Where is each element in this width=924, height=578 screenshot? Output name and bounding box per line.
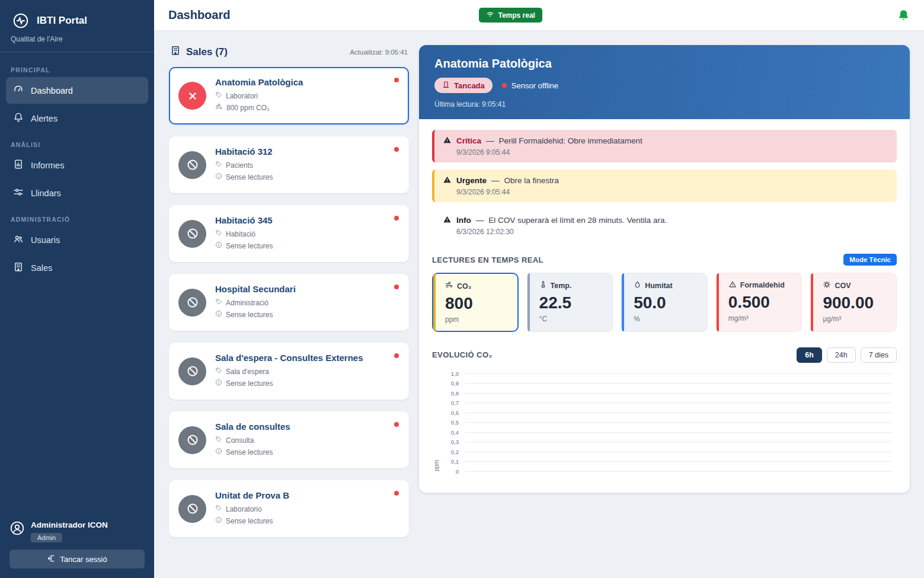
status-dot — [394, 78, 399, 82]
logout-button[interactable]: Tancar sessió — [9, 550, 145, 569]
metric-unit: µg/m³ — [823, 315, 889, 323]
sliders-icon — [13, 187, 24, 199]
user-name: Administrador ICON — [31, 520, 108, 529]
nav-section-principal: PRINCIPAL — [11, 66, 143, 74]
room-card-habitacio-312[interactable]: Habitació 312 Pacients Sense lectures — [169, 136, 409, 193]
info-icon — [215, 516, 222, 525]
room-card-anatomia-patologica[interactable]: Anatomia Patològica Laboratori 800 ppm C… — [169, 67, 409, 124]
logout-icon — [47, 554, 55, 564]
rooms-title: Sales (7) — [186, 46, 228, 58]
room-card-sala-de-consultes[interactable]: Sala de consultes Consulta Sense lecture… — [169, 411, 409, 468]
gridline — [465, 373, 892, 374]
sidebar-item-llindars[interactable]: Llindars — [6, 180, 148, 206]
avatar-icon — [9, 520, 25, 538]
room-name: Habitació 345 — [215, 215, 273, 225]
chart-range-buttons: 6h 24h 7 dies — [797, 347, 897, 363]
x-circle-icon — [178, 82, 206, 110]
sidebar-item-label: Sales — [31, 263, 52, 273]
alert-level: Crítica — [456, 136, 481, 145]
room-name: Sala de consultes — [215, 421, 290, 432]
alert-separator: — — [491, 176, 500, 185]
wind-icon — [215, 103, 223, 113]
metric-card-formaldehid[interactable]: Formaldehid 0.500 mg/m³ — [716, 273, 802, 332]
warning-triangle-icon — [443, 215, 452, 225]
alert-timestamp: 9/3/2026 9:05:44 — [456, 188, 888, 196]
info-icon — [215, 241, 222, 250]
alert-warning: Urgente — Obre la finestra 9/3/2026 9:05… — [432, 170, 897, 202]
metric-card-temp[interactable]: Temp. 22.5 °C — [527, 273, 613, 332]
droplet-icon — [634, 280, 641, 290]
logo-icon — [11, 11, 31, 31]
user-block: Administrador ICON Admin Tancar sessió — [0, 512, 154, 578]
sidebar-item-alertes[interactable]: Alertes — [6, 105, 148, 132]
room-name: Anatomia Patològica — [215, 77, 303, 87]
metric-label: CO₂ — [457, 282, 471, 290]
tag-icon — [215, 229, 222, 238]
y-tick: 0,4 — [441, 429, 459, 435]
metric-value: 900.00 — [823, 294, 889, 312]
y-tick: 0,9 — [441, 380, 459, 387]
room-type: Habitació — [226, 230, 255, 238]
alert-timestamp: 9/3/2026 9:05:44 — [456, 148, 888, 157]
rooms-header: Sales (7) Actualitzat: 9:05:41 — [169, 45, 409, 59]
sidebar-item-dashboard[interactable]: Dashboard — [6, 77, 148, 104]
metric-card-cov[interactable]: COV 900.00 µg/m³ — [810, 273, 897, 332]
warning-triangle-icon — [728, 280, 737, 290]
room-card-habitacio-345[interactable]: Habitació 345 Habitació Sense lectures — [169, 205, 409, 262]
room-reading: Sense lectures — [226, 173, 273, 181]
room-reading: 800 ppm CO₂ — [226, 104, 270, 112]
metric-value: 22.5 — [539, 294, 606, 312]
room-type: Laboratori — [226, 92, 258, 100]
metric-unit: ppm — [445, 315, 510, 324]
gridline — [465, 422, 892, 423]
top-bar: Dashboard Temps real — [154, 0, 924, 31]
readings-heading: LECTURES EN TEMPS REAL — [432, 256, 543, 264]
room-type: Laboratorio — [226, 505, 262, 513]
metric-unit: mg/m³ — [728, 314, 795, 322]
no-entry-icon — [178, 151, 206, 179]
alert-separator: — — [486, 136, 494, 145]
sidebar-item-informes[interactable]: Informes — [6, 152, 148, 178]
no-entry-icon — [178, 289, 206, 317]
no-entry-icon — [178, 220, 206, 248]
tag-icon — [215, 367, 222, 376]
metric-card-co2[interactable]: CO₂ 800 ppm — [432, 273, 519, 332]
realtime-status-label: Temps real — [498, 11, 535, 20]
room-closed-label: Tancada — [454, 81, 485, 90]
building-icon — [170, 45, 181, 59]
gridline — [465, 452, 892, 452]
room-reading: Sense lectures — [226, 448, 273, 456]
content-area: Sales (7) Actualitzat: 9:05:41 Anatomia … — [154, 31, 924, 578]
technical-mode-badge[interactable]: Mode Tècnic — [843, 254, 897, 266]
info-icon — [215, 310, 222, 319]
range-button-6h[interactable]: 6h — [797, 347, 822, 363]
sidebar-item-sales[interactable]: Sales — [6, 254, 148, 281]
user-role-badge: Admin — [31, 533, 62, 542]
y-tick: 1,0 — [441, 370, 459, 376]
door-icon — [442, 81, 450, 90]
gridline — [465, 471, 892, 472]
tag-icon — [215, 91, 222, 100]
gridline — [465, 413, 892, 413]
metric-label: COV — [835, 282, 851, 290]
gridline — [465, 383, 892, 384]
metric-label: Formaldehid — [740, 281, 785, 289]
metric-card-humitat[interactable]: Humitat 50.0 % — [621, 273, 708, 332]
metric-accent — [811, 273, 813, 331]
sensor-status-label: Sensor offline — [511, 81, 558, 90]
range-button-24h[interactable]: 24h — [827, 347, 856, 363]
warning-triangle-icon — [443, 175, 452, 186]
app-title: IBTI Portal — [37, 15, 87, 27]
notifications-bell-icon[interactable] — [897, 9, 910, 21]
room-reading: Sense lectures — [226, 311, 273, 319]
sidebar-item-usuaris[interactable]: Usuaris — [6, 226, 148, 253]
y-tick: 0,1 — [441, 458, 459, 465]
room-card-unitat-de-prova-b[interactable]: Unitat de Prova B Laboratorio Sense lect… — [169, 480, 409, 537]
offline-dot — [502, 83, 507, 88]
alert-message: El COV superarà el límit en 28 minuts. V… — [488, 216, 667, 225]
main-area: Dashboard Temps real Sales (7) Actualitz… — [154, 0, 924, 578]
range-button-7dies[interactable]: 7 dies — [861, 347, 897, 363]
sidebar-item-label: Informes — [31, 161, 64, 170]
room-card-hospital-secundari[interactable]: Hospital Secundari Administració Sense l… — [169, 274, 409, 331]
room-card-sala-espera[interactable]: Sala d'espera - Consultes Externes Sala … — [169, 343, 409, 400]
